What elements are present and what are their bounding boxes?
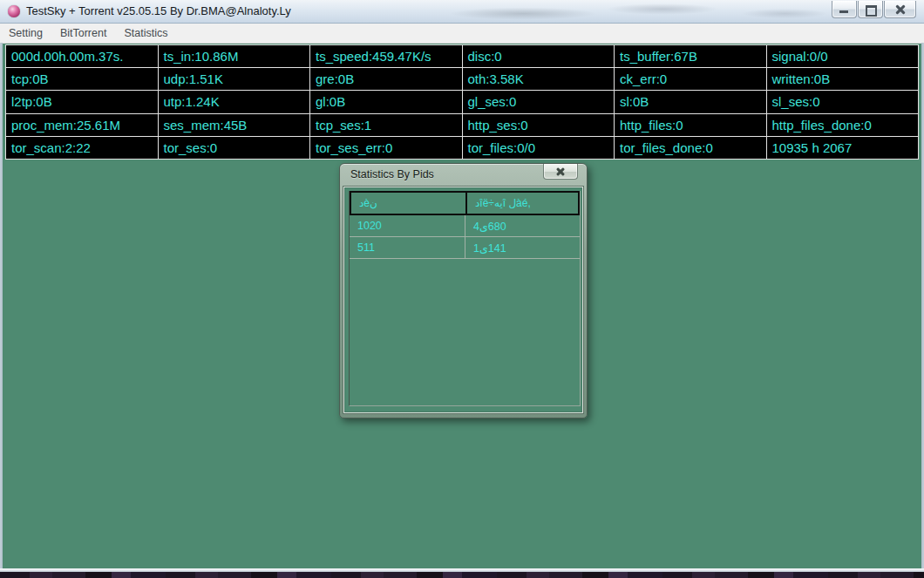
stat-cell-r3-c3: gl:0B xyxy=(310,91,462,112)
minimize-icon xyxy=(839,10,848,13)
stat-cell-r3-c1: l2tp:0B xyxy=(6,91,158,112)
statistics-by-pids-dialog: Statistics By Pids دèن دîë÷هيî لàé, 1020… xyxy=(339,163,588,418)
stat-cell-r1-c2: ts_in:10.86M xyxy=(159,45,310,67)
stat-cell-r5-c4: tor_files:0/0 xyxy=(463,137,615,159)
stat-cell-r3-c5: sl:0B xyxy=(615,91,766,112)
pids-list-header: دèن دîë÷هيî لàé, xyxy=(350,191,580,215)
stat-cell-r3-c2: utp:1.24K xyxy=(159,91,310,112)
pids-list: دèن دîë÷هيî لàé, 1020 4ى680 511 1ى141 xyxy=(349,191,581,406)
desktop-background-strip xyxy=(0,572,924,578)
stat-cell-r1-c1: 000d.00h.00m.37s. xyxy=(6,45,158,67)
dialog-close-icon xyxy=(556,167,566,176)
stats-grid: 000d.00h.00m.37s.ts_in:10.86Mts_speed:45… xyxy=(5,44,919,160)
stat-cell-r4-c6: http_files_done:0 xyxy=(767,114,919,136)
window-frame-left xyxy=(0,43,3,568)
close-button[interactable] xyxy=(884,1,916,18)
stat-cell-r1-c6: signal:0/0 xyxy=(767,45,919,67)
column-header-pid[interactable]: دèن xyxy=(351,193,467,214)
stat-cell-r3-c6: sl_ses:0 xyxy=(767,91,919,112)
stat-cell-r5-c1: tor_scan:2:22 xyxy=(6,137,158,159)
stat-cell-r1-c3: ts_speed:459.47K/s xyxy=(310,45,462,67)
menu-item-setting[interactable]: Setting xyxy=(0,25,51,41)
menu-bar: Setting BitTorrent Statistics xyxy=(0,24,924,44)
maximize-button[interactable] xyxy=(858,1,883,18)
stat-cell-r2-c6: written:0B xyxy=(767,68,919,90)
menu-item-statistics[interactable]: Statistics xyxy=(115,25,176,41)
window-controls xyxy=(831,1,916,18)
stat-cell-r4-c3: tcp_ses:1 xyxy=(310,114,462,136)
stat-cell-r2-c4: oth:3.58K xyxy=(463,68,615,90)
app-window: TestSky + Torrent v25.05.15 By Dr.BMA@Al… xyxy=(0,0,924,572)
column-header-bytes[interactable]: دîë÷هيî لàé, xyxy=(467,193,578,214)
stat-cell-r2-c2: udp:1.51K xyxy=(159,68,310,90)
stat-cell-r4-c5: http_files:0 xyxy=(615,114,766,136)
stat-cell-r5-c3: tor_ses_err:0 xyxy=(310,137,462,159)
stat-cell-r3-c4: gl_ses:0 xyxy=(463,91,615,112)
stat-cell-r4-c4: http_ses:0 xyxy=(463,114,615,136)
stat-cell-r4-c1: proc_mem:25.61M xyxy=(6,114,158,136)
minimize-button[interactable] xyxy=(832,1,857,18)
maximize-icon xyxy=(866,5,877,17)
stat-cell-r5-c2: tor_ses:0 xyxy=(159,137,310,159)
bytes-value: 4ى680 xyxy=(465,215,580,236)
stat-cell-r2-c5: ck_err:0 xyxy=(615,68,766,90)
stat-cell-r2-c1: tcp:0B xyxy=(6,68,158,90)
stat-cell-r1-c5: ts_buffer:67B xyxy=(615,45,766,67)
app-logo-icon xyxy=(8,5,20,17)
stat-cell-r5-c5: tor_files_done:0 xyxy=(615,137,766,159)
dialog-client-area: دèن دîë÷هيî لàé, 1020 4ى680 511 1ى141 xyxy=(343,187,583,413)
window-title: TestSky + Torrent v25.05.15 By Dr.BMA@Al… xyxy=(26,4,291,17)
stat-cell-r4-c2: ses_mem:45B xyxy=(159,114,310,136)
dialog-title: Statistics By Pids xyxy=(350,168,434,180)
pid-row[interactable]: 511 1ى141 xyxy=(350,237,580,259)
pid-value: 511 xyxy=(350,237,465,258)
stat-cell-r1-c4: disc:0 xyxy=(463,45,615,67)
stat-cell-r2-c3: gre:0B xyxy=(310,68,462,90)
close-icon xyxy=(894,3,906,15)
dialog-close-button[interactable] xyxy=(543,164,578,180)
pid-row[interactable]: 1020 4ى680 xyxy=(350,215,580,237)
pid-value: 1020 xyxy=(350,215,465,236)
stat-cell-r5-c6: 10935 h 2067 xyxy=(767,137,919,159)
titlebar[interactable]: TestSky + Torrent v25.05.15 By Dr.BMA@Al… xyxy=(0,0,924,24)
menu-item-bittorrent[interactable]: BitTorrent xyxy=(51,25,116,41)
bytes-value: 1ى141 xyxy=(465,237,580,258)
